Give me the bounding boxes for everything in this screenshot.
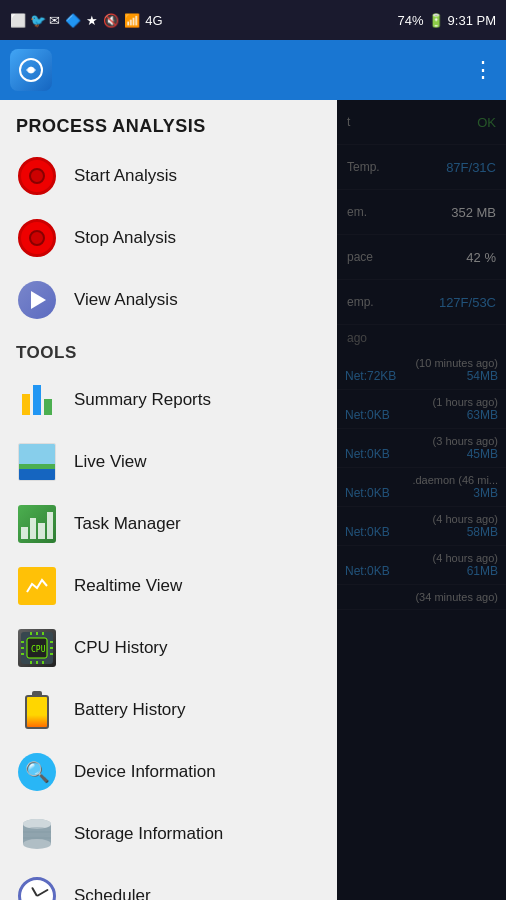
menu-item-storage-information[interactable]: Storage Information	[0, 803, 337, 865]
star-icon: ★	[86, 13, 98, 28]
signal-icon: 4G	[145, 13, 162, 28]
menu-item-scheduler[interactable]: Scheduler	[0, 865, 337, 900]
storage-information-icon	[16, 813, 58, 855]
app-bar: ⋮	[0, 40, 506, 100]
status-left: ⬜ 🐦 ✉ 🔷 ★ 🔇 📶 4G	[10, 13, 163, 28]
drawer-overlay[interactable]	[337, 100, 506, 900]
menu-item-realtime-view[interactable]: Realtime View	[0, 555, 337, 617]
view-analysis-label: View Analysis	[74, 290, 178, 310]
cpu-history-label: CPU History	[74, 638, 168, 658]
realtime-view-icon	[16, 565, 58, 607]
live-view-icon	[16, 441, 58, 483]
scheduler-icon	[16, 875, 58, 900]
scheduler-label: Scheduler	[74, 886, 151, 900]
task-manager-label: Task Manager	[74, 514, 181, 534]
sound-icon: 🔇	[103, 13, 119, 28]
view-analysis-icon	[16, 279, 58, 321]
live-view-label: Live View	[74, 452, 146, 472]
storage-information-label: Storage Information	[74, 824, 223, 844]
start-analysis-icon	[16, 155, 58, 197]
stop-analysis-label: Stop Analysis	[74, 228, 176, 248]
task-manager-icon	[16, 503, 58, 545]
menu-item-view-analysis[interactable]: View Analysis	[0, 269, 337, 331]
battery-history-label: Battery History	[74, 700, 185, 720]
navigation-drawer: PROCESS ANALYSIS Start Analysis Stop Ana…	[0, 100, 337, 900]
device-information-label: Device Information	[74, 762, 216, 782]
main-container: PROCESS ANALYSIS Start Analysis Stop Ana…	[0, 100, 506, 900]
menu-item-start-analysis[interactable]: Start Analysis	[0, 145, 337, 207]
menu-item-device-information[interactable]: 🔍 Device Information	[0, 741, 337, 803]
stop-analysis-icon	[16, 217, 58, 259]
device-information-icon: 🔍	[16, 751, 58, 793]
menu-item-battery-history[interactable]: Battery History	[0, 679, 337, 741]
realtime-view-label: Realtime View	[74, 576, 182, 596]
menu-item-summary-reports[interactable]: Summary Reports	[0, 369, 337, 431]
start-analysis-label: Start Analysis	[74, 166, 177, 186]
battery-history-icon	[16, 689, 58, 731]
menu-item-stop-analysis[interactable]: Stop Analysis	[0, 207, 337, 269]
app-bar-left	[10, 49, 52, 91]
menu-item-cpu-history[interactable]: CPU CPU History	[0, 617, 337, 679]
svg-point-20	[23, 839, 51, 849]
svg-rect-2	[25, 574, 49, 598]
svg-point-1	[28, 67, 34, 73]
summary-reports-label: Summary Reports	[74, 390, 211, 410]
status-right: 74% 🔋 9:31 PM	[398, 13, 496, 28]
menu-item-live-view[interactable]: Live View	[0, 431, 337, 493]
battery-percent: 74%	[398, 13, 424, 28]
notification-icons: ⬜ 🐦 ✉	[10, 13, 60, 28]
clock: 9:31 PM	[448, 13, 496, 28]
battery-icon: 🔋	[428, 13, 444, 28]
process-analysis-header: PROCESS ANALYSIS	[0, 100, 337, 145]
bluetooth-icon: 🔷	[65, 13, 81, 28]
overflow-menu-button[interactable]: ⋮	[472, 57, 496, 83]
summary-reports-icon	[16, 379, 58, 421]
status-bar: ⬜ 🐦 ✉ 🔷 ★ 🔇 📶 4G 74% 🔋 9:31 PM	[0, 0, 506, 40]
app-logo	[10, 49, 52, 91]
wifi-icon: 📶	[124, 13, 140, 28]
menu-item-task-manager[interactable]: Task Manager	[0, 493, 337, 555]
tools-header: TOOLS	[0, 331, 337, 369]
cpu-history-icon: CPU	[16, 627, 58, 669]
svg-text:CPU: CPU	[31, 645, 46, 654]
